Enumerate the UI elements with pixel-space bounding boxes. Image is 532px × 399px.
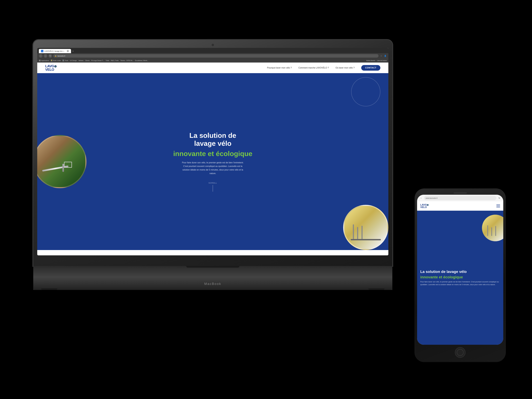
bookmark-reading[interactable]: Liste de lecture (377, 60, 387, 61)
scroll-line (213, 185, 213, 192)
bookmark-ideas[interactable]: 💡 Boite à idée (51, 60, 61, 61)
website-content: LAVG VELO Pourquoi laver mon vélo ? Comm… (37, 63, 388, 250)
bike-photo-content (37, 136, 85, 187)
hamburger-line-1 (496, 205, 500, 205)
hero-bike-photo (37, 135, 86, 188)
bookmark-rd[interactable]: R&D | Trello (111, 60, 119, 61)
phone-url-text: www.lavovelo.fr (426, 197, 437, 199)
site-logo: LAVG VELO (45, 64, 57, 71)
tab-close-button[interactable]: × (67, 50, 69, 52)
phone-screen: ‹ www.lavovelo.fr ↻ LAVG VELO (417, 195, 503, 345)
hero-title: La solution de lavage vélo (173, 132, 252, 147)
laptop-camera (212, 44, 214, 46)
site-navbar: LAVG VELO Pourquoi laver mon vélo ? Comm… (37, 63, 388, 73)
phone-logo-line2: VELO (420, 206, 429, 209)
hero-section: La solution de lavage vélo innovante et … (37, 73, 388, 250)
back-button[interactable]: ‹ (39, 54, 43, 58)
bookmark-label: Fil rouge Dream T... (91, 60, 104, 61)
hero-title-line1: La solution de (189, 132, 236, 139)
hero-text-content: La solution de lavage vélo innovante et … (173, 132, 252, 191)
phone-hero-circle-photo (482, 215, 503, 241)
laptop: L LAVOVÉLO, lavage de vélos :: × + ‹ › ↻… (33, 40, 392, 293)
lock-icon: 🔒 (55, 55, 57, 57)
bookmark-applications[interactable]: ⊞ Applications (39, 60, 49, 61)
bookmark-filrouge[interactable]: Fil rouge Dream T... (91, 60, 104, 61)
phone-hamburger-menu[interactable] (496, 205, 500, 207)
phone-site-navbar: LAVG VELO (417, 201, 503, 211)
browser-tab-bar: L LAVOVÉLO, lavage de vélos :: × + (37, 48, 388, 53)
bookmark-label: Boite à idée (53, 60, 61, 61)
bookmark-others[interactable]: Autres favoris (366, 60, 375, 61)
reload-button[interactable]: ↻ (48, 54, 52, 58)
hero-description: Pour faire durer son vélo, le premier ge… (180, 161, 246, 175)
bookmark-label: Applications (41, 60, 49, 61)
phone-home-button-ring (457, 349, 463, 356)
laptop-brand-label: MacBook (204, 282, 221, 286)
bookmark-icon: 🔧 (62, 60, 64, 61)
phone-back-button[interactable]: ‹ (419, 196, 423, 200)
scene: L LAVOVÉLO, lavage de vélos :: × + ‹ › ↻… (27, 27, 505, 372)
forward-button[interactable]: › (44, 54, 47, 58)
phone-hero-green-text: innovante et écologique (420, 275, 500, 279)
nav-pourquoi[interactable]: Pourquoi laver mon vélo ? (267, 67, 292, 69)
bookmark-clients[interactable]: Clients (85, 60, 90, 61)
bookmark-trello[interactable]: Trello (106, 60, 109, 61)
nav-contact-button[interactable]: CONTACT (361, 65, 380, 71)
hero-station-photo (343, 205, 388, 250)
phone-logo: LAVG VELO (420, 204, 429, 209)
laptop-feet-right (368, 288, 384, 290)
bookmark-tools[interactable]: 🔧 Tools (62, 60, 68, 61)
phone-home-button[interactable] (455, 347, 466, 358)
phone-hero-text: La solution de lavage vélo innovante et … (417, 267, 503, 289)
hamburger-line-3 (496, 207, 500, 207)
bookmark-star-icon[interactable]: ☆ (380, 54, 383, 57)
hamburger-line-2 (496, 206, 500, 206)
bookmark-valrais[interactable]: Valraisc (78, 60, 83, 61)
hero-title-line2: lavage vélo (194, 139, 231, 147)
scroll-label: SCROLL (209, 182, 217, 184)
url-text: lavovelo.fr (57, 55, 65, 57)
bookmark-icon: 💡 (51, 60, 52, 61)
hero-scroll-indicator: SCROLL (173, 182, 252, 192)
laptop-body: L LAVOVÉLO, lavage de vélos :: × + ‹ › ↻… (33, 40, 392, 266)
phone-hero-section: La solution de lavage vélo innovante et … (417, 211, 503, 345)
bookmark-label: Liste de lecture (377, 60, 387, 61)
phone-hero-title-text: La solution de lavage vélo (420, 270, 467, 274)
laptop-base: MacBook (33, 266, 392, 290)
bookmark-label: UX Design (70, 60, 77, 61)
phone-speaker (454, 192, 467, 194)
address-bar[interactable]: 🔒 lavovelo.fr (53, 54, 379, 57)
bookmark-icon: ⊞ (39, 60, 41, 61)
profile-icon[interactable]: 👤 (384, 54, 387, 57)
browser-nav-bar: ‹ › ↻ 🔒 lavovelo.fr ☆ 👤 (37, 53, 388, 58)
phone-hero-description: Pour faire durer son vélo, le premier ge… (420, 280, 500, 286)
phone-reload-button[interactable]: ↻ (497, 196, 501, 200)
phone-body: ‹ www.lavovelo.fr ↻ LAVG VELO (415, 189, 505, 362)
phone-address-bar[interactable]: www.lavovelo.fr (424, 196, 496, 200)
phone-website-content: LAVG VELO (417, 201, 503, 345)
bookmark-label: Tâches - SITES M... (120, 60, 133, 61)
bookmarks-bar: ⊞ Applications 💡 Boite à idée 🔧 Tools UX… (37, 58, 388, 63)
bookmark-label: Clients (85, 60, 90, 61)
bookmark-ux[interactable]: UX Design (70, 60, 77, 61)
phone-browser-bar: ‹ www.lavovelo.fr ↻ (417, 195, 503, 201)
laptop-foot: MacBook (33, 277, 392, 290)
laptop-feet-left (41, 288, 57, 290)
tab-title: LAVOVÉLO, lavage de vélos :: (44, 50, 66, 52)
bookmark-label: Valraisc (78, 60, 83, 61)
nav-ou[interactable]: Où laver mon vélo ? (336, 67, 355, 69)
bookmark-excali[interactable]: Excalidraw | Workt... (135, 60, 148, 61)
browser-tab-active[interactable]: L LAVOVÉLO, lavage de vélos :: × (39, 49, 71, 53)
nav-comment[interactable]: Comment marche LAVOVÉLO ? (298, 67, 329, 69)
site-nav-links: Pourquoi laver mon vélo ? Comment marche… (267, 65, 380, 71)
new-tab-button[interactable]: + (71, 49, 75, 53)
hero-decoration-circle (351, 77, 380, 106)
logo-line2: VELO (45, 68, 57, 71)
laptop-screen: L LAVOVÉLO, lavage de vélos :: × + ‹ › ↻… (37, 48, 388, 255)
phone-hero-title: La solution de lavage vélo (420, 269, 500, 274)
laptop-hinge (186, 266, 239, 268)
bookmark-taches[interactable]: Tâches - SITES M... (120, 60, 133, 61)
bookmark-label: R&D | Trello (111, 60, 119, 61)
phone: ‹ www.lavovelo.fr ↻ LAVG VELO (415, 189, 505, 362)
bookmark-label: Autres favoris (366, 60, 375, 61)
